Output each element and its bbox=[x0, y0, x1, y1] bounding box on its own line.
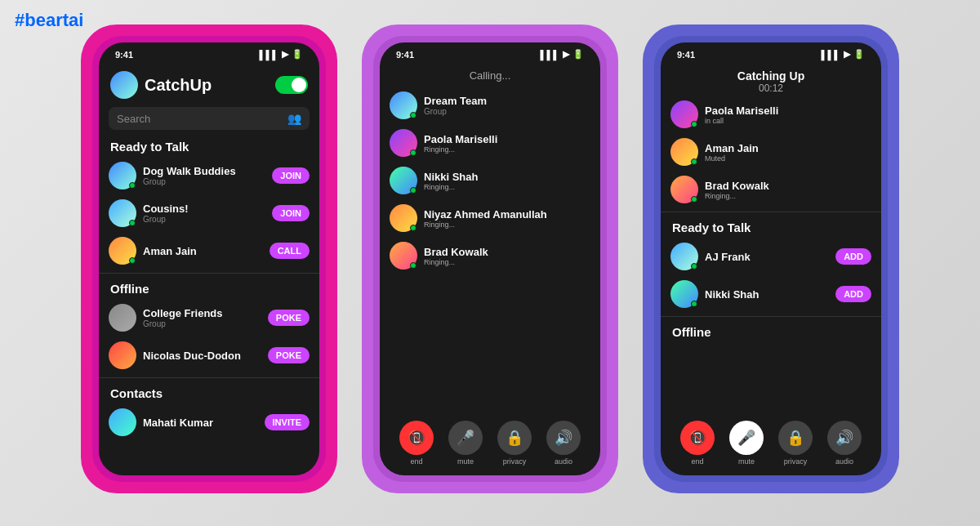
mute-btn-2[interactable]: 🎤 mute bbox=[448, 421, 483, 466]
divider-3b bbox=[661, 316, 881, 317]
call-paola: Paola Mariselli Ringing... bbox=[380, 124, 600, 162]
add-btn-aj[interactable]: ADD bbox=[835, 248, 871, 265]
contact-college: College Friends Group POKE bbox=[99, 299, 319, 337]
search-bar[interactable]: Search 👥 bbox=[109, 107, 310, 130]
privacy-icon-3[interactable]: 🔒 bbox=[778, 421, 813, 455]
mute-btn-3[interactable]: 🎤 mute bbox=[729, 421, 764, 466]
mute-icon-3[interactable]: 🎤 bbox=[729, 421, 764, 455]
audio-btn-3[interactable]: 🔊 audio bbox=[827, 421, 862, 466]
contact-mahati: Mahati Kumar INVITE bbox=[99, 403, 319, 441]
notch-2 bbox=[449, 42, 531, 60]
status-icons-1: ▌▌▌ ▶ 🔋 bbox=[260, 49, 303, 60]
phone-3-screen: 9:41 ▌▌▌ ▶ 🔋 Catching Up 00:12 bbox=[661, 42, 881, 475]
divider-1 bbox=[99, 273, 319, 274]
audio-icon-3[interactable]: 🔊 bbox=[827, 421, 862, 455]
call-nikki: Nikki Shah Ringing... bbox=[380, 162, 600, 199]
avatar-cousins bbox=[109, 199, 136, 227]
info-dog-walk: Dog Walk Buddies Group bbox=[143, 165, 265, 186]
notch-1 bbox=[168, 42, 250, 60]
invite-btn-mahati[interactable]: INVITE bbox=[265, 414, 310, 430]
incall-paola: Paola Mariselli in call bbox=[661, 96, 881, 133]
phone-3-outer: 9:41 ▌▌▌ ▶ 🔋 Catching Up 00:12 bbox=[643, 25, 899, 493]
privacy-btn-3[interactable]: 🔒 privacy bbox=[778, 421, 813, 466]
phone-1-screen: 9:41 ▌▌▌ ▶ 🔋 CatchUp bbox=[99, 42, 319, 475]
phones-wrapper: 9:41 ▌▌▌ ▶ 🔋 CatchUp bbox=[0, 25, 980, 493]
incall-brad: Brad Kowalk Ringing... bbox=[661, 171, 881, 208]
phone-2-outer: 9:41 ▌▌▌ ▶ 🔋 Calling... bbox=[362, 25, 618, 493]
info-college: College Friends Group bbox=[143, 307, 261, 328]
app-icon bbox=[110, 71, 138, 99]
catching-timer: 00:12 bbox=[672, 82, 870, 94]
info-brad-3: Brad Kowalk Ringing... bbox=[705, 180, 871, 200]
call-controls-2: 📵 end 🎤 mute 🔒 privacy 🔊 bbox=[380, 421, 600, 466]
section-offline-title: Offline bbox=[99, 277, 319, 299]
contact-dog-walk: Dog Walk Buddies Group JOIN bbox=[99, 157, 319, 194]
contact-nicolas: Nicolas Duc-Dodon POKE bbox=[99, 337, 319, 374]
catching-title: Catching Up bbox=[672, 69, 870, 82]
section-ready-title: Ready to Talk bbox=[99, 135, 319, 157]
phone-1-outer: 9:41 ▌▌▌ ▶ 🔋 CatchUp bbox=[81, 25, 337, 493]
end-call-btn-2[interactable]: 📵 end bbox=[399, 421, 434, 466]
end-icon-3[interactable]: 📵 bbox=[680, 421, 715, 455]
audio-btn-2[interactable]: 🔊 audio bbox=[546, 421, 581, 466]
call-controls-3: 📵 end 🎤 mute 🔒 privacy 🔊 bbox=[661, 421, 881, 466]
catching-header: Catching Up 00:12 bbox=[661, 63, 881, 96]
add-btn-nikki[interactable]: ADD bbox=[835, 286, 871, 302]
poke-btn-college[interactable]: POKE bbox=[268, 310, 310, 326]
info-cousins: Cousins! Group bbox=[143, 203, 265, 224]
poke-btn-nicolas[interactable]: POKE bbox=[268, 347, 310, 363]
add-nikki-3: Nikki Shah ADD bbox=[661, 275, 881, 313]
info-nicolas: Nicolas Duc-Dodon bbox=[143, 350, 261, 362]
time-3: 9:41 bbox=[677, 50, 695, 60]
phone-1-content: CatchUp Search 👥 Ready to Talk bbox=[99, 63, 319, 475]
toggle-switch[interactable] bbox=[275, 76, 308, 94]
avatar-nikki-3 bbox=[670, 280, 698, 308]
contact-cousins: Cousins! Group JOIN bbox=[99, 194, 319, 232]
section-offline-3: Offline bbox=[661, 320, 881, 342]
privacy-btn-2[interactable]: 🔒 privacy bbox=[497, 421, 532, 466]
info-brad-2: Brad Kowalk Ringing... bbox=[424, 246, 590, 266]
calling-header: Calling... bbox=[380, 63, 600, 87]
app-logo-area: CatchUp bbox=[110, 71, 212, 99]
info-paola-3: Paola Mariselli in call bbox=[705, 105, 871, 125]
end-icon-2[interactable]: 📵 bbox=[399, 421, 434, 455]
section-ready-3: Ready to Talk bbox=[661, 216, 881, 238]
avatar-brad-3 bbox=[670, 176, 698, 203]
status-icons-2: ▌▌▌ ▶ 🔋 bbox=[541, 49, 584, 60]
call-btn-aman[interactable]: CALL bbox=[270, 243, 310, 259]
phone-1-mid: 9:41 ▌▌▌ ▶ 🔋 CatchUp bbox=[92, 36, 326, 482]
catchup-header: CatchUp bbox=[99, 63, 319, 104]
avatar-niyaz bbox=[390, 204, 417, 232]
divider-2 bbox=[99, 377, 319, 378]
avatar-mahati bbox=[109, 408, 136, 436]
avatar-dream-team bbox=[390, 91, 417, 119]
contacts-icon: 👥 bbox=[287, 112, 301, 125]
time-1: 9:41 bbox=[115, 50, 133, 60]
info-nikki-2: Nikki Shah Ringing... bbox=[424, 171, 590, 191]
phone-2-content: Calling... Dream Team Group bbox=[380, 63, 600, 475]
mute-icon-2[interactable]: 🎤 bbox=[448, 421, 483, 455]
info-aman: Aman Jain bbox=[143, 245, 263, 257]
call-brad: Brad Kowalk Ringing... bbox=[380, 237, 600, 274]
avatar-dog-walk bbox=[109, 162, 136, 189]
incall-aman: Aman Jain Muted bbox=[661, 133, 881, 171]
avatar-nicolas bbox=[109, 341, 136, 369]
search-placeholder: Search bbox=[117, 113, 150, 125]
join-btn-dog-walk[interactable]: JOIN bbox=[272, 167, 310, 184]
end-call-btn-3[interactable]: 📵 end bbox=[680, 421, 715, 466]
info-aj: AJ Frank bbox=[705, 251, 829, 263]
add-aj-frank: AJ Frank ADD bbox=[661, 238, 881, 275]
divider-3a bbox=[661, 212, 881, 212]
avatar-college bbox=[109, 304, 136, 332]
call-dream-team: Dream Team Group bbox=[380, 87, 600, 124]
info-dream-team: Dream Team Group bbox=[424, 95, 590, 116]
join-btn-cousins[interactable]: JOIN bbox=[272, 205, 310, 221]
time-2: 9:41 bbox=[396, 50, 414, 60]
privacy-icon-2[interactable]: 🔒 bbox=[497, 421, 532, 455]
info-aman-3: Aman Jain Muted bbox=[705, 142, 871, 163]
phone-2-screen: 9:41 ▌▌▌ ▶ 🔋 Calling... bbox=[380, 42, 600, 475]
status-icons-3: ▌▌▌ ▶ 🔋 bbox=[822, 49, 865, 60]
contact-aman: Aman Jain CALL bbox=[99, 232, 319, 270]
audio-icon-2[interactable]: 🔊 bbox=[546, 421, 581, 455]
phone-3-content: Catching Up 00:12 Paola Mariselli in cal… bbox=[661, 63, 881, 475]
